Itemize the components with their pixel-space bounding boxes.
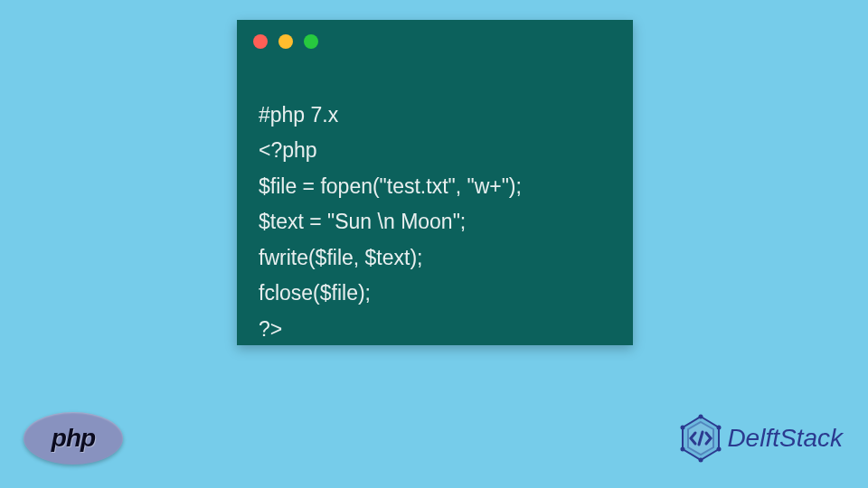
code-line: $file = fopen("test.txt", "w+"); <box>259 174 522 198</box>
code-window: #php 7.x <?php $file = fopen("test.txt",… <box>237 20 633 345</box>
code-body: #php 7.x <?php $file = fopen("test.txt",… <box>237 56 633 363</box>
window-controls <box>237 20 633 56</box>
svg-point-9 <box>681 426 685 430</box>
svg-point-4 <box>699 415 703 419</box>
svg-point-5 <box>717 426 722 430</box>
delftstack-logo: DelftStack <box>676 414 843 463</box>
php-ellipse-icon: php <box>24 412 123 465</box>
code-line: ?> <box>259 317 282 341</box>
maximize-icon <box>304 34 318 49</box>
close-icon <box>253 34 268 49</box>
delftstack-icon <box>676 414 725 463</box>
delftstack-label: DelftStack <box>727 424 843 453</box>
php-logo-text: php <box>52 424 95 453</box>
code-line: fwrite($file, $text); <box>259 246 423 269</box>
svg-point-8 <box>681 447 685 452</box>
code-line: fclose($file); <box>259 281 371 305</box>
svg-point-7 <box>699 458 703 463</box>
minimize-icon <box>278 34 293 49</box>
svg-point-6 <box>717 447 722 452</box>
code-line: #php 7.x <box>259 103 338 127</box>
php-logo: php <box>24 412 123 465</box>
code-line: <?php <box>259 138 317 162</box>
code-line: $text = "Sun \n Moon"; <box>259 210 466 233</box>
